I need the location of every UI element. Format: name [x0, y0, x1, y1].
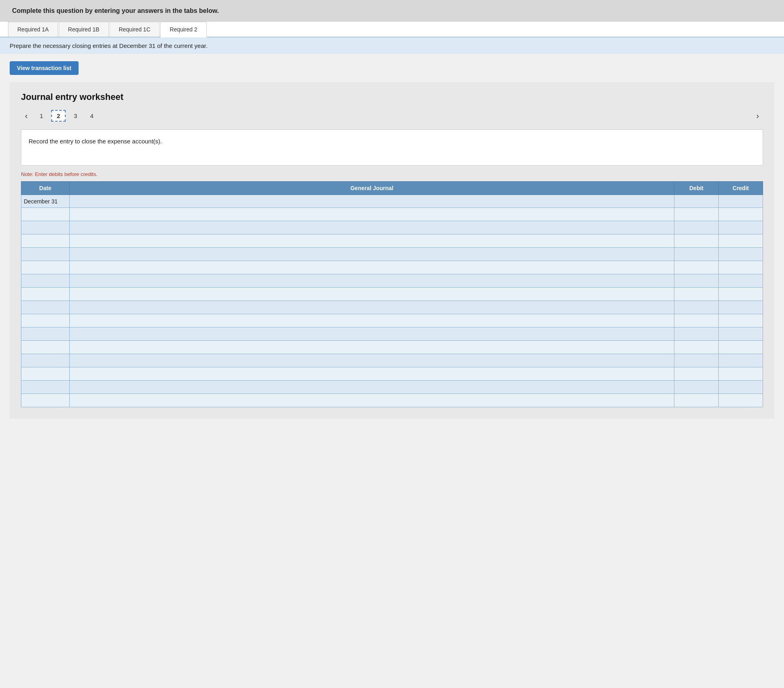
date-input[interactable]: [24, 223, 67, 232]
credit-input[interactable]: [719, 381, 763, 394]
general-journal-input[interactable]: [70, 248, 674, 261]
tab-required-1a[interactable]: Required 1A: [8, 22, 58, 37]
journal-entry-worksheet: Journal entry worksheet ‹ 1 2 3 4 › Reco…: [10, 82, 774, 419]
debit-input[interactable]: [674, 354, 718, 367]
debit-input[interactable]: [674, 327, 718, 340]
debit-input[interactable]: [674, 381, 718, 394]
general-journal-cell: [70, 314, 674, 327]
credit-cell: [719, 248, 763, 261]
table-row: [21, 341, 763, 354]
date-input[interactable]: [24, 382, 67, 392]
general-journal-input[interactable]: [70, 274, 674, 287]
date-input[interactable]: [24, 249, 67, 259]
general-journal-input[interactable]: [70, 354, 674, 367]
credit-input[interactable]: [719, 274, 763, 287]
date-input[interactable]: [24, 356, 67, 365]
next-page-arrow[interactable]: ›: [752, 110, 763, 122]
credit-input[interactable]: [719, 314, 763, 327]
general-journal-input[interactable]: [70, 195, 674, 207]
date-input[interactable]: [24, 289, 67, 299]
general-journal-input[interactable]: [70, 261, 674, 274]
date-input[interactable]: [24, 342, 67, 352]
page-3[interactable]: 3: [69, 111, 82, 121]
worksheet-title: Journal entry worksheet: [21, 92, 763, 102]
debit-cell: [674, 394, 719, 407]
debit-input[interactable]: [674, 261, 718, 274]
general-journal-input[interactable]: [70, 301, 674, 314]
date-input[interactable]: [24, 396, 67, 405]
credit-input[interactable]: [719, 234, 763, 247]
tab-required-1b[interactable]: Required 1B: [59, 22, 109, 37]
debit-input[interactable]: [674, 274, 718, 287]
credit-input[interactable]: [719, 288, 763, 300]
general-journal-cell: [70, 274, 674, 288]
date-input[interactable]: [24, 369, 67, 379]
debit-input[interactable]: [674, 221, 718, 234]
debit-cell: [674, 288, 719, 301]
debit-input[interactable]: [674, 248, 718, 261]
date-input[interactable]: [24, 316, 67, 325]
general-journal-input[interactable]: [70, 288, 674, 300]
tab-required-1c[interactable]: Required 1C: [110, 22, 160, 37]
date-cell: [21, 301, 70, 314]
page-navigation: ‹ 1 2 3 4 ›: [21, 110, 763, 122]
general-journal-input[interactable]: [70, 341, 674, 354]
credit-input[interactable]: [719, 248, 763, 261]
general-journal-input[interactable]: [70, 381, 674, 394]
credit-input[interactable]: [719, 341, 763, 354]
credit-input[interactable]: [719, 301, 763, 314]
table-row: [21, 234, 763, 248]
date-input[interactable]: [24, 236, 67, 246]
date-cell: [21, 354, 70, 367]
date-input[interactable]: [24, 263, 67, 272]
date-input[interactable]: [24, 303, 67, 312]
general-journal-cell: [70, 234, 674, 248]
debit-input[interactable]: [674, 314, 718, 327]
debit-input[interactable]: [674, 394, 718, 407]
credit-input[interactable]: [719, 367, 763, 380]
table-row: [21, 394, 763, 407]
credit-input[interactable]: [719, 261, 763, 274]
page-1[interactable]: 1: [35, 111, 48, 121]
date-cell: December 31: [21, 195, 70, 208]
general-journal-input[interactable]: [70, 327, 674, 340]
credit-input[interactable]: [719, 195, 763, 207]
date-input[interactable]: [24, 276, 67, 286]
page-2[interactable]: 2: [51, 110, 66, 122]
debit-input[interactable]: [674, 208, 718, 221]
general-journal-input[interactable]: [70, 314, 674, 327]
debit-input[interactable]: [674, 234, 718, 247]
debit-cell: [674, 261, 719, 274]
instruction-bar: Prepare the necessary closing entries at…: [0, 37, 784, 54]
general-journal-input[interactable]: [70, 367, 674, 380]
credit-input[interactable]: [719, 354, 763, 367]
date-input[interactable]: [24, 209, 67, 219]
view-transaction-list-button[interactable]: View transaction list: [10, 61, 79, 75]
general-journal-input[interactable]: [70, 208, 674, 221]
debit-input[interactable]: [674, 288, 718, 300]
credit-input[interactable]: [719, 394, 763, 407]
general-journal-cell: [70, 195, 674, 208]
credit-input[interactable]: [719, 327, 763, 340]
general-journal-cell: [70, 354, 674, 367]
date-cell: [21, 221, 70, 234]
debit-cell: [674, 381, 719, 394]
debit-input[interactable]: [674, 195, 718, 207]
credit-input[interactable]: [719, 221, 763, 234]
general-journal-input[interactable]: [70, 394, 674, 407]
general-journal-cell: [70, 301, 674, 314]
debit-input[interactable]: [674, 301, 718, 314]
date-cell: [21, 274, 70, 288]
entry-instruction-box: Record the entry to close the expense ac…: [21, 129, 763, 166]
tab-required-2[interactable]: Required 2: [160, 22, 207, 37]
credit-input[interactable]: [719, 208, 763, 221]
credit-cell: [719, 367, 763, 381]
prev-page-arrow[interactable]: ‹: [21, 110, 32, 122]
top-banner: Complete this question by entering your …: [0, 0, 784, 22]
page-4[interactable]: 4: [85, 111, 98, 121]
date-input[interactable]: [24, 329, 67, 339]
debit-input[interactable]: [674, 341, 718, 354]
general-journal-input[interactable]: [70, 234, 674, 247]
debit-input[interactable]: [674, 367, 718, 380]
general-journal-input[interactable]: [70, 221, 674, 234]
